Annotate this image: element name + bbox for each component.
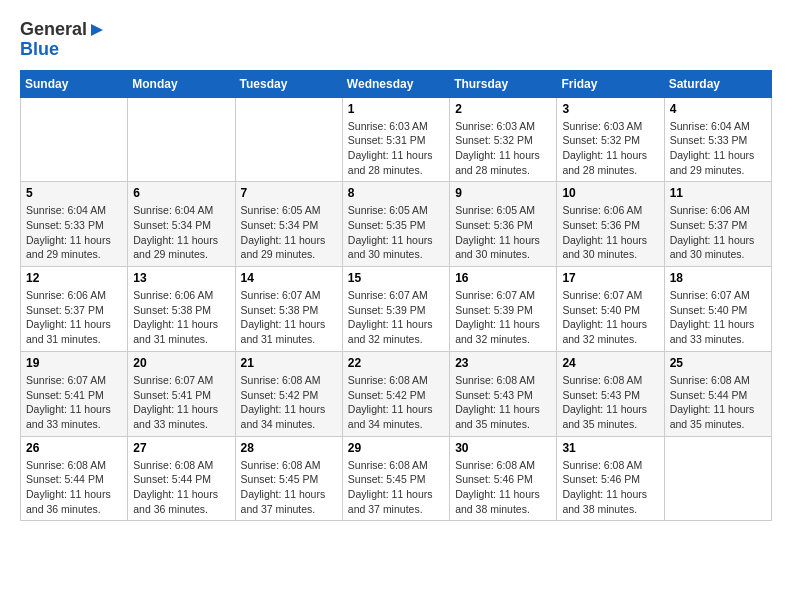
calendar-cell: 15Sunrise: 6:07 AMSunset: 5:39 PMDayligh… (342, 267, 449, 352)
day-number: 20 (133, 356, 229, 370)
day-number: 17 (562, 271, 658, 285)
day-number: 26 (26, 441, 122, 455)
svg-marker-0 (91, 24, 103, 36)
day-info: Sunrise: 6:08 AMSunset: 5:45 PMDaylight:… (241, 458, 337, 517)
day-number: 1 (348, 102, 444, 116)
day-info: Sunrise: 6:08 AMSunset: 5:45 PMDaylight:… (348, 458, 444, 517)
calendar-cell: 27Sunrise: 6:08 AMSunset: 5:44 PMDayligh… (128, 436, 235, 521)
weekday-header: Wednesday (342, 70, 449, 97)
calendar-cell: 11Sunrise: 6:06 AMSunset: 5:37 PMDayligh… (664, 182, 771, 267)
logo-general-text: General (20, 20, 105, 40)
calendar-week-row: 26Sunrise: 6:08 AMSunset: 5:44 PMDayligh… (21, 436, 772, 521)
day-number: 3 (562, 102, 658, 116)
day-number: 28 (241, 441, 337, 455)
day-info: Sunrise: 6:04 AMSunset: 5:33 PMDaylight:… (670, 119, 766, 178)
day-number: 5 (26, 186, 122, 200)
calendar-cell: 12Sunrise: 6:06 AMSunset: 5:37 PMDayligh… (21, 267, 128, 352)
day-info: Sunrise: 6:03 AMSunset: 5:32 PMDaylight:… (562, 119, 658, 178)
calendar-cell: 4Sunrise: 6:04 AMSunset: 5:33 PMDaylight… (664, 97, 771, 182)
day-number: 24 (562, 356, 658, 370)
day-number: 6 (133, 186, 229, 200)
day-number: 23 (455, 356, 551, 370)
logo: General Blue (20, 20, 105, 60)
day-info: Sunrise: 6:06 AMSunset: 5:36 PMDaylight:… (562, 203, 658, 262)
calendar-cell: 1Sunrise: 6:03 AMSunset: 5:31 PMDaylight… (342, 97, 449, 182)
day-number: 2 (455, 102, 551, 116)
day-number: 12 (26, 271, 122, 285)
calendar-cell: 29Sunrise: 6:08 AMSunset: 5:45 PMDayligh… (342, 436, 449, 521)
day-info: Sunrise: 6:08 AMSunset: 5:43 PMDaylight:… (562, 373, 658, 432)
day-number: 16 (455, 271, 551, 285)
page-header: General Blue (20, 20, 772, 60)
calendar-week-row: 12Sunrise: 6:06 AMSunset: 5:37 PMDayligh… (21, 267, 772, 352)
day-info: Sunrise: 6:07 AMSunset: 5:41 PMDaylight:… (133, 373, 229, 432)
day-info: Sunrise: 6:05 AMSunset: 5:35 PMDaylight:… (348, 203, 444, 262)
calendar-cell: 7Sunrise: 6:05 AMSunset: 5:34 PMDaylight… (235, 182, 342, 267)
day-number: 19 (26, 356, 122, 370)
calendar-cell: 3Sunrise: 6:03 AMSunset: 5:32 PMDaylight… (557, 97, 664, 182)
day-number: 14 (241, 271, 337, 285)
weekday-header: Tuesday (235, 70, 342, 97)
day-info: Sunrise: 6:07 AMSunset: 5:39 PMDaylight:… (455, 288, 551, 347)
calendar-cell: 17Sunrise: 6:07 AMSunset: 5:40 PMDayligh… (557, 267, 664, 352)
calendar-cell: 16Sunrise: 6:07 AMSunset: 5:39 PMDayligh… (450, 267, 557, 352)
calendar-cell: 8Sunrise: 6:05 AMSunset: 5:35 PMDaylight… (342, 182, 449, 267)
day-number: 10 (562, 186, 658, 200)
calendar-header-row: SundayMondayTuesdayWednesdayThursdayFrid… (21, 70, 772, 97)
calendar-week-row: 5Sunrise: 6:04 AMSunset: 5:33 PMDaylight… (21, 182, 772, 267)
day-number: 30 (455, 441, 551, 455)
day-info: Sunrise: 6:08 AMSunset: 5:42 PMDaylight:… (241, 373, 337, 432)
calendar-table: SundayMondayTuesdayWednesdayThursdayFrid… (20, 70, 772, 522)
logo-arrow-icon (89, 22, 105, 38)
day-info: Sunrise: 6:08 AMSunset: 5:46 PMDaylight:… (455, 458, 551, 517)
calendar-cell: 19Sunrise: 6:07 AMSunset: 5:41 PMDayligh… (21, 351, 128, 436)
day-info: Sunrise: 6:05 AMSunset: 5:36 PMDaylight:… (455, 203, 551, 262)
calendar-cell: 5Sunrise: 6:04 AMSunset: 5:33 PMDaylight… (21, 182, 128, 267)
weekday-header: Thursday (450, 70, 557, 97)
weekday-header: Sunday (21, 70, 128, 97)
calendar-cell: 30Sunrise: 6:08 AMSunset: 5:46 PMDayligh… (450, 436, 557, 521)
day-info: Sunrise: 6:08 AMSunset: 5:44 PMDaylight:… (26, 458, 122, 517)
day-number: 22 (348, 356, 444, 370)
day-number: 7 (241, 186, 337, 200)
day-info: Sunrise: 6:03 AMSunset: 5:32 PMDaylight:… (455, 119, 551, 178)
day-number: 31 (562, 441, 658, 455)
day-number: 21 (241, 356, 337, 370)
calendar-cell: 31Sunrise: 6:08 AMSunset: 5:46 PMDayligh… (557, 436, 664, 521)
day-info: Sunrise: 6:06 AMSunset: 5:38 PMDaylight:… (133, 288, 229, 347)
calendar-cell: 21Sunrise: 6:08 AMSunset: 5:42 PMDayligh… (235, 351, 342, 436)
day-number: 4 (670, 102, 766, 116)
day-info: Sunrise: 6:08 AMSunset: 5:43 PMDaylight:… (455, 373, 551, 432)
logo-blue-text: Blue (20, 40, 105, 60)
calendar-cell (21, 97, 128, 182)
day-number: 25 (670, 356, 766, 370)
weekday-header: Friday (557, 70, 664, 97)
calendar-cell: 22Sunrise: 6:08 AMSunset: 5:42 PMDayligh… (342, 351, 449, 436)
calendar-cell: 6Sunrise: 6:04 AMSunset: 5:34 PMDaylight… (128, 182, 235, 267)
day-info: Sunrise: 6:05 AMSunset: 5:34 PMDaylight:… (241, 203, 337, 262)
calendar-cell: 24Sunrise: 6:08 AMSunset: 5:43 PMDayligh… (557, 351, 664, 436)
day-number: 27 (133, 441, 229, 455)
day-number: 13 (133, 271, 229, 285)
calendar-cell: 18Sunrise: 6:07 AMSunset: 5:40 PMDayligh… (664, 267, 771, 352)
day-number: 18 (670, 271, 766, 285)
calendar-cell: 28Sunrise: 6:08 AMSunset: 5:45 PMDayligh… (235, 436, 342, 521)
day-info: Sunrise: 6:08 AMSunset: 5:44 PMDaylight:… (133, 458, 229, 517)
calendar-cell: 20Sunrise: 6:07 AMSunset: 5:41 PMDayligh… (128, 351, 235, 436)
day-number: 11 (670, 186, 766, 200)
calendar-cell (235, 97, 342, 182)
day-number: 15 (348, 271, 444, 285)
weekday-header: Saturday (664, 70, 771, 97)
day-info: Sunrise: 6:07 AMSunset: 5:38 PMDaylight:… (241, 288, 337, 347)
calendar-week-row: 1Sunrise: 6:03 AMSunset: 5:31 PMDaylight… (21, 97, 772, 182)
calendar-cell: 9Sunrise: 6:05 AMSunset: 5:36 PMDaylight… (450, 182, 557, 267)
day-info: Sunrise: 6:07 AMSunset: 5:39 PMDaylight:… (348, 288, 444, 347)
day-info: Sunrise: 6:07 AMSunset: 5:41 PMDaylight:… (26, 373, 122, 432)
calendar-cell (664, 436, 771, 521)
day-info: Sunrise: 6:04 AMSunset: 5:34 PMDaylight:… (133, 203, 229, 262)
day-info: Sunrise: 6:08 AMSunset: 5:42 PMDaylight:… (348, 373, 444, 432)
day-number: 8 (348, 186, 444, 200)
calendar-cell: 26Sunrise: 6:08 AMSunset: 5:44 PMDayligh… (21, 436, 128, 521)
calendar-cell: 23Sunrise: 6:08 AMSunset: 5:43 PMDayligh… (450, 351, 557, 436)
calendar-cell: 13Sunrise: 6:06 AMSunset: 5:38 PMDayligh… (128, 267, 235, 352)
